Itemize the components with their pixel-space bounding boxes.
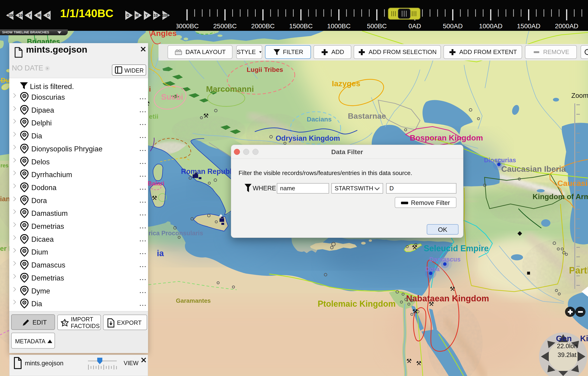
svg-text:Zoom: Zoom (571, 92, 588, 99)
svg-text:⚒: ⚒ (429, 300, 434, 307)
svg-text:2000BC: 2000BC (251, 22, 275, 30)
svg-text:◆: ◆ (517, 230, 522, 236)
svg-text:2500BC: 2500BC (213, 22, 237, 30)
svg-text:etii: etii (149, 113, 158, 120)
svg-text:⚒: ⚒ (450, 285, 455, 292)
svg-text:Suebi: Suebi (161, 92, 183, 101)
svg-text:D: D (126, 13, 129, 17)
svg-text:100: 100 (8, 13, 14, 17)
svg-text:500AD: 500AD (443, 22, 463, 30)
svg-text:■: ■ (527, 269, 531, 276)
svg-text:Seleucid Empire: Seleucid Empire (424, 244, 489, 253)
svg-text:1500BC: 1500BC (289, 22, 313, 30)
svg-text:ian: ian (0, 195, 10, 203)
svg-text:rica Proconsularis: rica Proconsularis (149, 230, 203, 237)
svg-text:⚒: ⚒ (152, 195, 157, 201)
svg-text:2000AD: 2000AD (555, 22, 578, 30)
svg-text:Iazyges: Iazyges (332, 79, 360, 88)
svg-text:Bastarnae: Bastarnae (348, 112, 386, 120)
svg-text:⚒: ⚒ (416, 360, 421, 367)
svg-text:1000AD: 1000AD (479, 22, 502, 30)
svg-text:Ki: Ki (580, 334, 588, 343)
svg-text:i: i (149, 85, 151, 93)
svg-text:Odrysian Kingdom: Odrysian Kingdom (276, 134, 340, 142)
svg-text:0AD: 0AD (408, 22, 421, 30)
svg-text:Damascus: Damascus (429, 256, 461, 263)
svg-text:1500AD: 1500AD (517, 22, 540, 30)
svg-text:22.0lon: 22.0lon (557, 343, 577, 350)
svg-text:Ptolemaic Kingdom: Ptolemaic Kingdom (318, 299, 396, 309)
svg-text:Bosporan Kingdom: Bosporan Kingdom (410, 133, 483, 142)
svg-text:Dacians: Dacians (307, 116, 332, 123)
svg-text:Caucasian Iberia: Caucasian Iberia (501, 164, 566, 173)
svg-text:Caucasian Alba: Caucasian Alba (557, 179, 588, 188)
svg-text:1000BC: 1000BC (327, 22, 351, 30)
svg-text:Garamantes: Garamantes (176, 297, 211, 304)
svg-text:Dioscurias: Dioscurias (484, 157, 516, 164)
svg-text:500BC: 500BC (367, 22, 387, 30)
svg-text:Balari: Balari (148, 180, 164, 187)
svg-text:Gen: Gen (556, 334, 572, 343)
svg-text:Dora: Dora (425, 266, 440, 273)
svg-text:ia: ia (157, 249, 164, 258)
svg-text:⚒: ⚒ (412, 244, 417, 251)
svg-text:10: 10 (154, 13, 158, 17)
svg-text:3000BC: 3000BC (176, 22, 199, 30)
svg-text:Parthi: Parthi (569, 265, 588, 275)
svg-text:M: M (136, 13, 139, 17)
svg-text:Marcomanni: Marcomanni (206, 84, 254, 94)
svg-text:res: res (0, 163, 9, 168)
svg-text:⚒: ⚒ (406, 357, 412, 365)
svg-text:Roman Republic: Roman Republic (181, 167, 238, 176)
svg-text:Nabataean Kingdom: Nabataean Kingdom (406, 294, 489, 303)
svg-text:Lugii Tribes: Lugii Tribes (247, 66, 283, 73)
svg-text:⚒: ⚒ (412, 308, 418, 315)
svg-text:10: 10 (18, 13, 22, 17)
svg-text:Du: Du (1, 76, 10, 84)
svg-text:⚒: ⚒ (203, 112, 209, 119)
svg-text:D: D (47, 13, 50, 17)
svg-text:Y: Y (145, 13, 148, 17)
svg-text:100: 100 (162, 13, 168, 17)
svg-text:39.2lat: 39.2lat (558, 351, 577, 358)
svg-text:Y: Y (29, 13, 31, 17)
svg-text:M: M (37, 13, 40, 17)
